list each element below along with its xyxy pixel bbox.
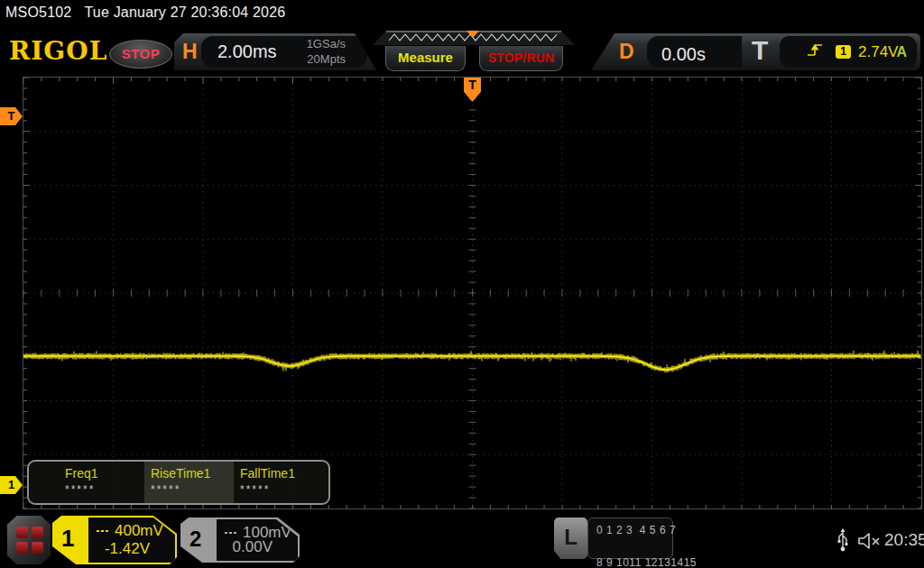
datetime: Tue January 27 20:36:04 2026	[84, 5, 285, 20]
dc-coupling-icon	[97, 530, 110, 532]
delay-label: D	[619, 40, 634, 64]
rising-edge-trigger-icon	[807, 41, 823, 58]
channel2-values-panel: 100mV 0.00V	[217, 519, 298, 561]
sample-rate: 1GSa/s	[307, 36, 346, 51]
stop-run-button[interactable]: STOP/RUN	[479, 46, 563, 71]
logic-channels-button[interactable]: L	[554, 518, 587, 559]
trigger-block[interactable]: T 1 2.74V A	[742, 33, 920, 70]
channel2-number: 2	[189, 527, 201, 552]
menu-square-icon	[16, 542, 28, 554]
timebase-value: 2.00ms	[217, 41, 277, 62]
trigger-level-value: 2.74V	[858, 43, 898, 61]
trigger-source-badge: 1	[836, 45, 851, 59]
channel2-offset: 0.00V	[233, 538, 273, 556]
trigger-label: T	[752, 35, 768, 66]
measurement-name: Freq1	[65, 466, 144, 481]
memory-position-marker-icon[interactable]	[467, 31, 479, 38]
channel1-scale: 400mV	[115, 522, 163, 540]
measurement-name: FallTime1	[240, 466, 328, 481]
menu-button[interactable]	[7, 516, 51, 564]
channel1-status-block[interactable]: 1 400mV -1.42V	[52, 516, 177, 564]
channel1-values-panel: 400mV -1.42V	[88, 518, 175, 563]
clock: 20:35	[884, 530, 924, 550]
channel2-status-block[interactable]: 2 100mV 0.00V	[180, 518, 300, 563]
rigol-logo: RIGOL	[9, 36, 107, 66]
measurement-value: *****	[65, 483, 144, 496]
acquisition-info: 1GSa/s 20Mpts	[307, 36, 346, 67]
measure-button[interactable]: Measure	[385, 46, 466, 71]
trigger-inner-panel: 1 2.74V A	[780, 36, 917, 68]
horizontal-settings-block[interactable]: H 2.00ms 1GSa/s 20Mpts	[174, 33, 376, 70]
menu-grid-icon	[16, 527, 43, 554]
channel1-number: 1	[61, 525, 74, 553]
channel1-ground-marker[interactable]: 1	[0, 476, 23, 494]
delay-value: 0.00s	[661, 44, 706, 65]
trigger-sweep-mode: A	[896, 44, 907, 60]
measurement-item[interactable]: FallTime1 *****	[234, 462, 328, 503]
measurement-value: *****	[151, 483, 234, 496]
trigger-level-marker[interactable]: T	[0, 107, 23, 125]
menu-square-icon	[16, 527, 28, 538]
measurement-panel: Freq1 ***** RiseTime1 ***** FallTime1 **…	[27, 460, 330, 505]
menu-square-icon	[32, 527, 43, 538]
measurement-item[interactable]: Freq1 *****	[29, 462, 144, 503]
memory-depth: 20Mpts	[307, 51, 346, 67]
logic-row2: 8 9 1011 12131415	[596, 556, 697, 568]
titlebar: MSO5102Tue January 27 20:36:04 2026	[5, 5, 285, 21]
horizontal-label: H	[182, 40, 198, 64]
dc-coupling-icon	[225, 532, 238, 534]
logic-row1: 0 1 2 3 4 5 6 7	[596, 524, 676, 536]
usb-icon	[836, 527, 850, 553]
measurement-value: *****	[240, 483, 328, 496]
waveform-display-area[interactable]	[23, 77, 922, 509]
logic-channels-panel[interactable]: 0 1 2 3 4 5 6 7 8 9 1011 12131415	[587, 518, 673, 559]
model-name: MSO5102	[5, 5, 71, 20]
run-state-badge: STOP	[109, 40, 172, 69]
measurement-item[interactable]: RiseTime1 *****	[144, 462, 234, 503]
speaker-muted-icon	[855, 530, 882, 552]
channel1-waveform	[23, 78, 921, 508]
channel1-offset: -1.42V	[105, 540, 150, 558]
menu-square-icon	[32, 542, 43, 554]
measurement-name: RiseTime1	[151, 466, 234, 481]
